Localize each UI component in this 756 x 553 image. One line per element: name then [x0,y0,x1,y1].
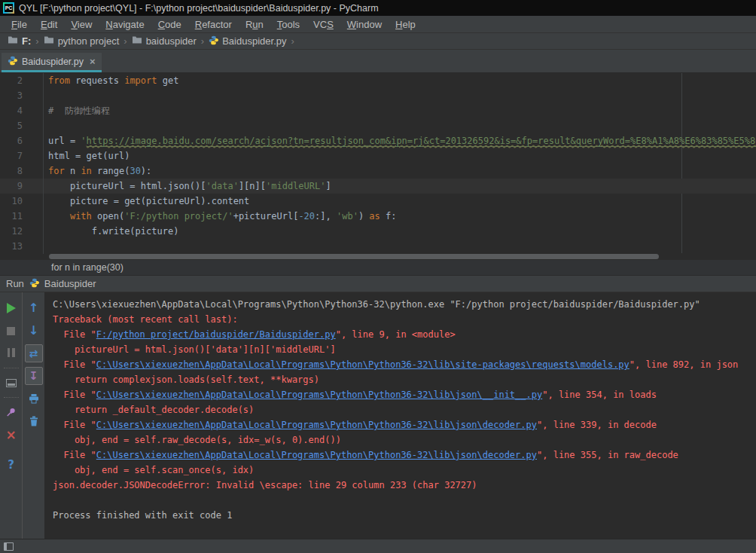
code-line[interactable]: 4# 防御性编程 [0,103,756,118]
gutter: 12 [0,224,44,239]
line-number: 8 [0,166,23,176]
folder-icon [8,35,18,47]
console-text: ", line 354, in loads [542,390,657,400]
line-number: 13 [0,241,23,252]
code-line[interactable]: 9 pictureUrl = html.json()['data'][n]['m… [0,179,756,194]
breadcrumb-item[interactable]: python project [42,35,121,47]
context-breadcrumb[interactable]: for n in range(30) [51,262,123,273]
line-number: 12 [0,226,23,237]
stop-icon [7,327,15,335]
pycharm-window: PC QYL [F:\python project\QYL] - F:\pyth… [0,0,756,553]
softwrap-icon: ⇄ [29,348,38,359]
stack-trace-link[interactable]: F:/python project/baiduspider/Baiduspide… [96,329,336,340]
print-button[interactable] [25,390,43,408]
folder-icon [44,35,54,47]
close-icon[interactable]: × [90,56,96,67]
menu-vcs[interactable]: VCS [306,17,340,32]
code-line[interactable]: 11 with open('F:/python project/'+pictur… [0,209,756,224]
gutter: 2 [0,73,44,88]
menu-tools[interactable]: Tools [270,17,306,32]
run-tool-window-header[interactable]: Run Baiduspider [0,276,756,292]
console-line: obj, end = self.scan_once(s, idx) [53,463,756,478]
code-line[interactable]: 10 picture = get(pictureUrl).content [0,194,756,209]
rerun-button[interactable] [2,299,20,317]
run-console[interactable]: C:\Users\xiexuezhen\AppData\Local\Progra… [45,292,756,539]
code-editor[interactable]: 2from requests import get34# 防御性编程56url … [0,73,756,260]
console-text: obj, end = self.scan_once(s, idx) [53,465,254,475]
run-config-name: Baiduspider [44,278,96,289]
console-text: File " [53,420,96,430]
gutter: 13 [0,239,44,254]
help-icon: ? [8,460,14,471]
console-text: Traceback (most recent call last): [53,314,238,325]
tab-baiduspider[interactable]: Baiduspider.py × [2,53,102,72]
code-line[interactable]: 12 f.write(picture) [0,224,756,239]
code-line[interactable]: 7html = get(url) [0,148,756,163]
menu-help[interactable]: Help [389,17,422,32]
toolbar-separator [4,397,19,398]
restore-layout-button[interactable] [2,374,20,392]
scroll-to-end-button[interactable]: ↧ [25,367,43,385]
menu-run[interactable]: Run [239,17,270,32]
console-text: return _default_decoder.decode(s) [53,405,254,415]
menu-edit[interactable]: Edit [34,17,64,32]
editor-tab-bar: Baiduspider.py × [0,50,756,73]
stop-button[interactable] [2,322,20,340]
console-line: C:\Users\xiexuezhen\AppData\Local\Progra… [53,297,756,312]
code-line[interactable]: 5 [0,118,756,133]
code-line[interactable]: 6url = 'https://image.baidu.com/search/a… [0,133,756,148]
console-line: File "C:\Users\xiexuezhen\AppData\Local\… [53,387,756,402]
menu-view[interactable]: View [64,17,99,32]
console-text: ", line 9, in <module> [336,329,456,340]
console-line: json.decoder.JSONDecodeError: Invalid \e… [53,478,756,493]
gutter: 7 [0,148,44,163]
console-text: File " [53,390,96,400]
breadcrumb-item[interactable]: baiduspider [130,35,198,47]
clear-all-button[interactable] [25,412,43,430]
editor-horizontal-scrollbar[interactable] [49,254,659,259]
up-stack-trace-button[interactable]: ↑ [25,299,43,317]
down-stack-trace-button[interactable]: ↓ [25,322,43,340]
console-line: File "F:/python project/baiduspider/Baid… [53,327,756,342]
console-text: obj, end = self.raw_decode(s, idx=_w(s, … [53,435,341,445]
code-line[interactable]: 8for n in range(30): [0,163,756,179]
menu-file[interactable]: File [5,17,34,32]
menu-code[interactable]: Code [151,17,188,32]
stack-trace-link[interactable]: C:\Users\xiexuezhen\AppData\Local\Progra… [96,359,629,370]
pause-output-button[interactable] [2,344,20,362]
context-breadcrumb-bar[interactable]: for n in range(30) [0,260,756,276]
close-button[interactable]: × [2,426,20,444]
tool-window-switcher-icon[interactable] [4,542,14,551]
breadcrumb-item[interactable]: Baiduspider.py [207,35,288,47]
console-text: C:\Users\xiexuezhen\AppData\Local\Progra… [53,299,700,310]
chevron-right-icon: › [123,35,127,47]
menu-bar: FileEditViewNavigateCodeRefactorRunTools… [0,16,756,33]
soft-wrap-button[interactable]: ⇄ [25,344,43,362]
console-text: ", line 339, in decode [537,420,657,430]
trash-icon [29,416,38,426]
line-number: 9 [0,181,23,191]
pin-tab-button[interactable] [2,403,20,421]
stack-trace-link[interactable]: C:\Users\xiexuezhen\AppData\Local\Progra… [96,450,537,460]
menu-refactor[interactable]: Refactor [188,17,239,32]
help-button[interactable]: ? [2,456,20,474]
menu-window[interactable]: Window [340,17,389,32]
stack-trace-link[interactable]: C:\Users\xiexuezhen\AppData\Local\Progra… [96,420,537,430]
line-number: 11 [0,211,23,222]
console-line: File "C:\Users\xiexuezhen\AppData\Local\… [53,357,756,372]
breadcrumb-item[interactable]: F: [6,35,32,47]
chevron-right-icon: › [35,35,38,47]
up-icon: ↑ [29,302,38,314]
stack-trace-link[interactable]: C:\Users\xiexuezhen\AppData\Local\Progra… [96,390,542,400]
gutter: 9 [0,179,44,194]
title-bar: PC QYL [F:\python project\QYL] - F:\pyth… [0,0,756,16]
line-number: 2 [0,75,23,86]
console-line: pictureUrl = html.json()['data'][n]['mid… [53,342,756,357]
python-icon [29,278,39,290]
console-line: Process finished with exit code 1 [53,508,756,523]
code-line[interactable]: 13 [0,239,756,254]
menu-navigate[interactable]: Navigate [99,17,151,32]
code-line[interactable]: 2from requests import get [0,73,756,88]
run-tab-label[interactable]: Run [6,278,24,289]
code-line[interactable]: 3 [0,88,756,103]
